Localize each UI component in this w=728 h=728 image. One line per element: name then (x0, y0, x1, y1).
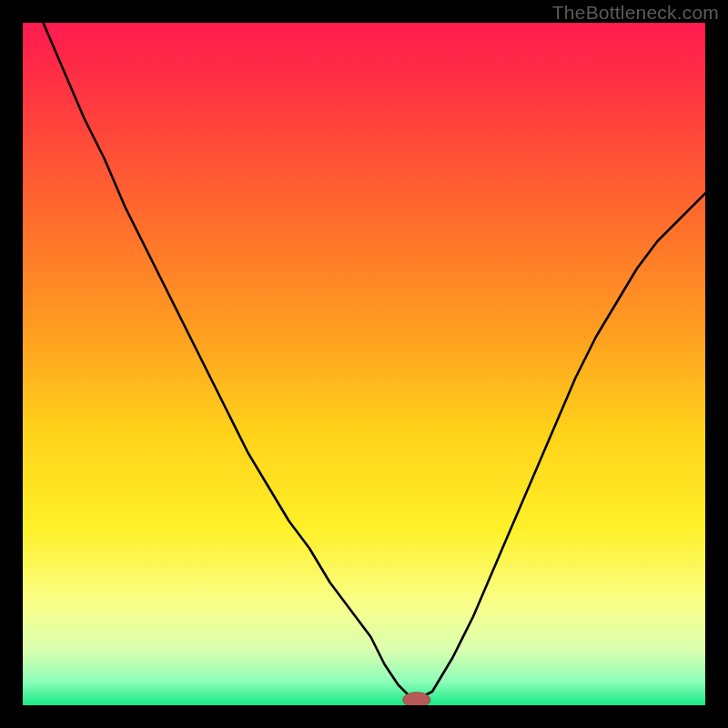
watermark-text: TheBottleneck.com (552, 2, 719, 24)
bottleneck-chart-svg (23, 23, 705, 705)
minimum-marker (403, 693, 430, 705)
gradient-background (23, 23, 705, 705)
chart-frame: TheBottleneck.com (0, 0, 728, 728)
plot-area (23, 23, 705, 705)
